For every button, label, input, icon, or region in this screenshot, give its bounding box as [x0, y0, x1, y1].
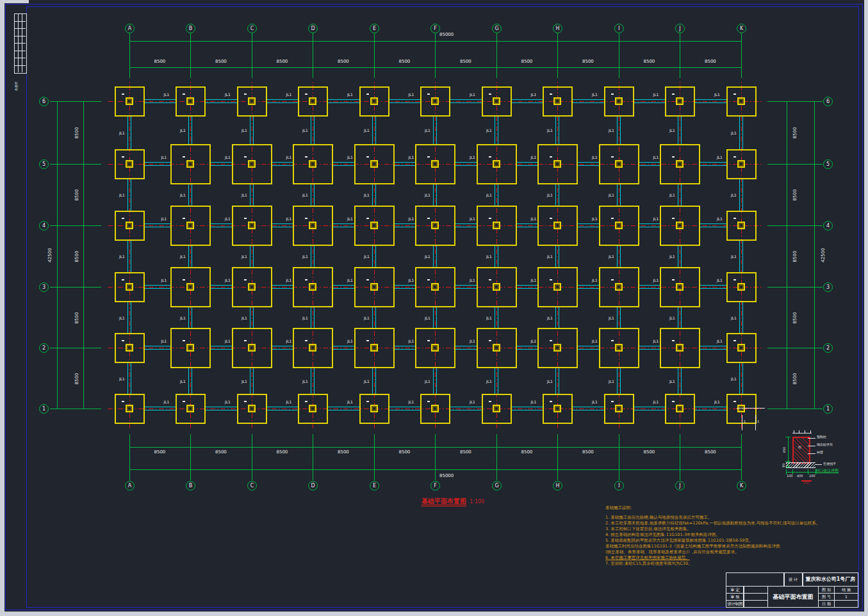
tie-beam-v — [188, 307, 192, 328]
column-square-core — [678, 286, 681, 288]
bay-dim-left: 8500 — [75, 127, 79, 139]
cad-canvas[interactable]: 会签栏 JL1JL1JL1JL1JL1JL1JL1JL1JL1JL1JL1JL1… — [0, 0, 868, 616]
tie-beam-h — [517, 162, 537, 166]
tie-beam-v — [495, 246, 498, 267]
column-square-core — [128, 100, 131, 102]
column-tag-mark — [183, 340, 185, 341]
detail-dim-tick — [785, 437, 790, 437]
tie-beam-label: JL1 — [470, 400, 475, 404]
tie-beam-label: JL1 — [547, 316, 553, 320]
tie-beam-label: JL1 — [717, 279, 723, 282]
column-square-core — [311, 286, 314, 288]
detail-leader-text: 垫层找平 — [823, 462, 836, 466]
grid-bubble-bottom: I — [614, 481, 624, 490]
note-line: 4. 独立基础的构造做法详见图集 11G101-3中相关构造详图。 — [605, 532, 817, 538]
column-square-core — [311, 407, 314, 410]
tie-beam-v — [127, 363, 131, 394]
grid-bubble-bottom: C — [247, 481, 257, 490]
tie-beam-v — [678, 307, 682, 328]
grid-bubble-top: C — [247, 24, 257, 33]
tie-beam-label: JL1 — [119, 316, 125, 320]
tie-beam-h — [145, 285, 170, 289]
tie-beam-label: JL1 — [470, 217, 475, 221]
column-square-core — [556, 163, 559, 165]
bay-dim-right: 8500 — [793, 312, 798, 323]
tie-beam-h — [450, 407, 482, 410]
grid-line-top — [557, 33, 558, 78]
tie-beam-label: JL1 — [531, 217, 537, 221]
column-square-core — [434, 100, 436, 102]
detail-leader-line — [808, 453, 815, 454]
tie-beam-v — [555, 184, 559, 206]
detail-leader-line — [808, 446, 815, 446]
column-tag-mark — [611, 218, 614, 219]
column-tag-mark — [550, 401, 552, 402]
tie-beam-label: JL1 — [225, 339, 231, 343]
column-square-core — [373, 286, 375, 288]
column-tag-mark — [183, 401, 185, 402]
dim-line-overall-top — [129, 41, 741, 42]
grid-line-bottom — [374, 434, 375, 480]
plan-caption-text: 基础平面布置图 — [422, 498, 466, 507]
column-square-core — [740, 163, 742, 165]
column-square-core — [250, 346, 253, 349]
bay-dim-top: 8500 — [582, 60, 594, 64]
tie-beam-label: JL1 — [180, 380, 186, 384]
tie-beam-h — [517, 346, 537, 350]
detail-leader-text: 细石砼填实 — [817, 443, 833, 446]
tie-beam-v — [372, 184, 376, 206]
overall-dim-bottom: 85000 — [439, 474, 454, 478]
column-tag-mark — [489, 401, 491, 402]
column-tag-mark — [427, 93, 430, 95]
tie-beam-v — [127, 117, 131, 149]
detail-bottom-dim: 100 — [809, 474, 815, 478]
column-square-core — [740, 100, 742, 102]
tie-beam-h — [272, 346, 293, 350]
column-tag-mark — [611, 156, 614, 158]
tie-beam-v — [617, 368, 621, 394]
tie-beam-v — [433, 184, 437, 206]
column-tag-mark — [427, 340, 430, 341]
title-block-row-label: 设计制图 — [726, 600, 744, 608]
tie-beam-v — [311, 368, 315, 394]
note-line: 6. 未尽施工事宜详见相关国家施工验收规范。 — [605, 555, 817, 561]
tie-beam-v — [250, 117, 254, 144]
grid-line-top — [129, 33, 130, 78]
tie-beam-label: JL1 — [161, 217, 167, 221]
grid-bubble-bottom: F — [430, 481, 440, 490]
tie-beam-label: JL1 — [180, 255, 186, 259]
tie-beam-h — [578, 285, 599, 289]
tie-beam-v — [555, 307, 559, 328]
column-square-core — [128, 163, 131, 165]
tie-beam-h — [206, 99, 237, 103]
bay-dim-top: 8500 — [460, 60, 471, 64]
tie-beam-label: JL1 — [609, 193, 614, 197]
column-square-core — [495, 286, 498, 288]
column-square-core — [128, 407, 131, 410]
grid-bubble-right: 4 — [823, 221, 833, 231]
notes-heading: 基础施工说明: — [605, 505, 817, 511]
tie-beam-label: JL1 — [242, 380, 247, 384]
title-block-drawing-title: 基础平面布置图 — [767, 586, 819, 608]
tie-beam-h — [573, 99, 604, 103]
tie-beam-label: JL1 — [161, 339, 167, 343]
tie-beam-h — [333, 346, 354, 350]
tie-beam-h — [639, 223, 660, 227]
tie-beam-v — [250, 184, 254, 206]
tie-beam-v — [495, 307, 498, 328]
column-tag-mark — [733, 93, 736, 95]
grid-line-bottom — [557, 434, 558, 480]
tie-beam-label: JL1 — [242, 129, 247, 133]
tie-beam-v — [678, 184, 682, 206]
tie-beam-h — [145, 162, 170, 166]
column-tag-mark — [672, 218, 675, 219]
tie-beam-v — [495, 184, 498, 206]
tie-beam-label: JL1 — [364, 380, 370, 384]
tie-beam-v — [250, 246, 254, 267]
column-tag-mark — [489, 340, 491, 341]
column-tag-mark — [427, 279, 430, 280]
grid-bubble-left: 1 — [39, 404, 49, 414]
tie-beam-h — [639, 162, 660, 166]
tie-beam-label: JL1 — [592, 400, 598, 404]
ground-symbol-hatch — [803, 482, 810, 484]
